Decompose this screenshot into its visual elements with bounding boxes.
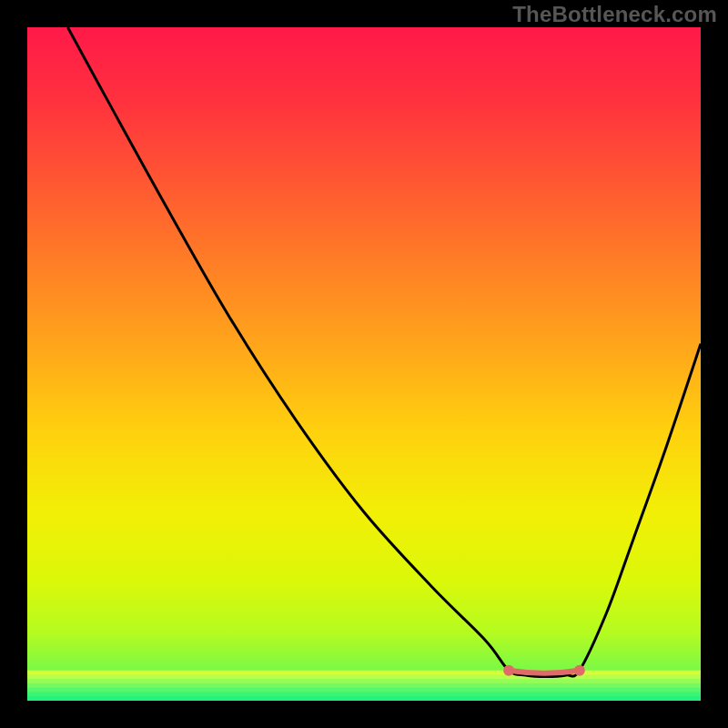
plot-area	[27, 27, 701, 702]
marker-left	[503, 665, 514, 676]
marker-right	[574, 665, 585, 676]
svg-rect-7	[27, 696, 701, 701]
svg-rect-2	[27, 674, 701, 679]
svg-rect-5	[27, 688, 701, 693]
plateau-highlight	[509, 671, 580, 673]
chart-frame: { "watermark": "TheBottleneck.com", "plo…	[0, 0, 728, 728]
svg-rect-4	[27, 683, 701, 688]
svg-rect-6	[27, 692, 701, 696]
green-band	[27, 671, 701, 702]
svg-rect-3	[27, 679, 701, 683]
svg-rect-1	[27, 671, 701, 675]
watermark-label: TheBottleneck.com	[512, 2, 717, 27]
bottleneck-chart	[0, 0, 728, 728]
heatmap-gradient	[27, 27, 701, 701]
